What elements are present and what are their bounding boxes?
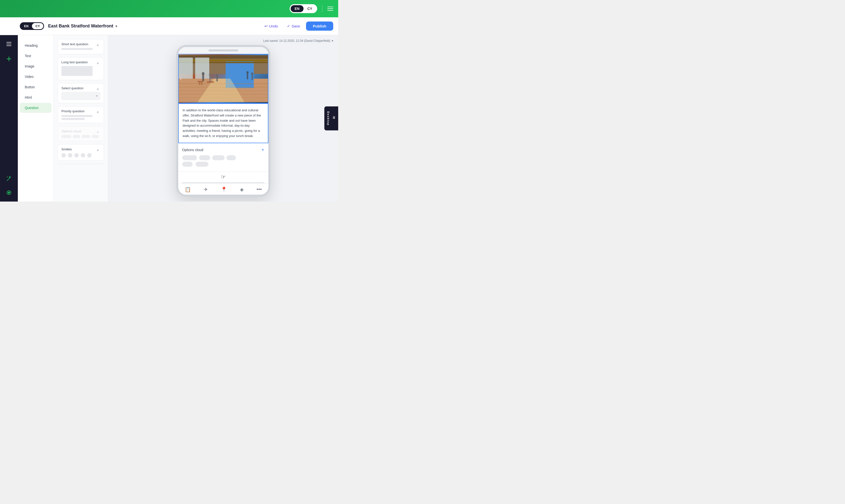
short-text-placeholder — [62, 48, 92, 50]
pill-4 — [226, 155, 236, 160]
top-lang-en-btn[interactable]: EN — [291, 5, 303, 12]
short-text-question-item: Short text question + — [58, 39, 104, 54]
svg-point-36 — [251, 72, 253, 74]
phone-mockup: ‹ In addition to the world-class educati… — [176, 45, 270, 197]
add-options-cloud-phone-btn[interactable]: + — [261, 147, 264, 153]
select-question-label: Select question — [62, 86, 100, 90]
last-saved-text: Last saved: 14.12.2020, 12:34 (David Chi… — [263, 39, 330, 42]
save-check-icon: ✓ — [287, 24, 290, 29]
questions-panel: Short text question + Long text question… — [54, 35, 108, 201]
add-long-text-btn[interactable]: + — [95, 60, 101, 66]
smiley-5 — [87, 153, 92, 158]
priority-bar-2 — [62, 118, 85, 120]
sidebar-item-button[interactable]: Button — [20, 82, 52, 92]
phone-nav-notes-icon[interactable]: 📋 — [185, 186, 191, 193]
phone-nav-more-icon[interactable]: ••• — [257, 186, 262, 193]
pill-1 — [182, 155, 197, 160]
svg-rect-0 — [6, 42, 12, 42]
header-lang-en-btn[interactable]: EN — [20, 23, 32, 29]
svg-rect-20 — [195, 58, 209, 79]
svg-rect-1 — [6, 44, 12, 44]
svg-rect-29 — [209, 75, 211, 82]
phone-content: ‹ In addition to the world-class educati… — [178, 54, 269, 195]
long-text-question-item: Long text question + — [58, 57, 104, 80]
icon-sidebar — [0, 35, 18, 201]
last-saved-chevron-icon: ▾ — [332, 39, 333, 42]
phone-notch — [178, 47, 269, 54]
short-text-question-label: Short text question — [62, 42, 100, 46]
options-cloud-label: Options cloud — [62, 129, 100, 133]
top-bar-right: EN CY — [290, 4, 333, 13]
svg-point-34 — [246, 71, 248, 73]
desktop-tab[interactable]: 🖥 Desktop — [324, 106, 338, 130]
add-options-cloud-btn[interactable]: + — [95, 129, 101, 135]
tag-3 — [82, 135, 90, 138]
select-dropdown-placeholder[interactable]: ▾ — [62, 92, 100, 100]
hamburger-button[interactable] — [327, 7, 333, 11]
phone-image-prev-icon[interactable]: ‹ — [180, 76, 182, 82]
add-component-btn[interactable] — [4, 54, 14, 64]
header-lang-toggle[interactable]: EN CY — [20, 22, 44, 30]
project-title[interactable]: East Bank Stratford Waterfront ▾ — [48, 23, 117, 29]
sidebar-item-text-label: Text — [25, 54, 31, 58]
sidebar-item-question[interactable]: Question — [20, 103, 52, 113]
smilies-question-label: Smilies — [62, 147, 100, 151]
sidebar-item-button-label: Button — [25, 85, 35, 89]
menu-icon-btn[interactable] — [4, 39, 14, 49]
smiley-1 — [62, 153, 66, 158]
sidebar-item-image[interactable]: Image — [20, 61, 52, 71]
smiley-4 — [81, 153, 85, 158]
phone-nav-send-icon[interactable]: ✈ — [204, 186, 208, 193]
pill-6 — [195, 162, 208, 167]
phone-image-block[interactable]: ‹ — [178, 54, 269, 103]
pill-2 — [199, 155, 210, 160]
sidebar-item-text[interactable]: Text — [20, 51, 52, 61]
smilies-question-item: Smilies + — [58, 144, 104, 161]
header-lang-cy-btn[interactable]: CY — [32, 23, 43, 29]
priority-bar-1 — [62, 115, 92, 117]
priority-question-item: Priority question + — [58, 106, 104, 123]
add-short-text-btn[interactable]: + — [95, 42, 101, 48]
undo-button[interactable]: ↩ Undo — [261, 22, 281, 31]
smiley-3 — [74, 153, 79, 158]
header-bar: EN CY East Bank Stratford Waterfront ▾ ↩… — [0, 17, 338, 35]
options-cloud-item: Options cloud + — [58, 126, 104, 141]
svg-rect-19 — [179, 58, 193, 79]
svg-rect-2 — [6, 46, 12, 46]
options-pills-row — [182, 155, 264, 160]
top-lang-cy-btn[interactable]: CY — [304, 5, 316, 12]
phone-nav-location-icon[interactable]: 📍 — [221, 186, 227, 193]
publish-button[interactable]: Publish — [306, 21, 333, 31]
select-question-item: Select question + ▾ — [58, 83, 104, 103]
add-select-btn[interactable]: + — [95, 86, 101, 92]
save-button[interactable]: ✓ Save — [284, 22, 303, 31]
svg-line-5 — [7, 178, 10, 181]
magic-wand-icon-btn[interactable] — [4, 174, 14, 184]
svg-rect-27 — [202, 74, 204, 81]
desktop-tab-label: Desktop — [327, 111, 330, 125]
sidebar-item-video[interactable]: Video — [20, 72, 52, 82]
project-title-text: East Bank Stratford Waterfront — [48, 23, 113, 29]
hamburger-line-1 — [327, 7, 333, 7]
add-priority-btn[interactable]: + — [95, 109, 101, 115]
sidebar-item-html[interactable]: Html — [20, 92, 52, 102]
chevron-down-icon: ▾ — [115, 24, 117, 28]
priority-question-label: Priority question — [62, 109, 100, 113]
tag-4 — [92, 135, 99, 138]
phone-nav-layers-icon[interactable]: ◈ — [240, 186, 244, 193]
phone-nav-bar: 📋 ✈ 📍 ◈ ••• — [178, 183, 269, 195]
svg-rect-37 — [207, 82, 214, 83]
svg-point-30 — [209, 73, 211, 76]
phone-text-block[interactable]: In addition to the world-class education… — [178, 103, 269, 143]
header-right: ↩ Undo ✓ Save Publish — [261, 21, 333, 31]
top-lang-toggle[interactable]: EN CY — [290, 4, 317, 13]
scrolled-content — [58, 164, 104, 183]
select-chevron-icon: ▾ — [96, 94, 98, 98]
options-cloud-header: Options cloud + — [182, 147, 264, 153]
options-tags — [62, 135, 100, 138]
target-icon-btn[interactable] — [4, 188, 14, 198]
sidebar-item-heading[interactable]: Heading — [20, 40, 52, 51]
add-smilies-btn[interactable]: + — [95, 147, 101, 153]
priority-bars — [62, 115, 100, 120]
undo-label: Undo — [269, 24, 278, 28]
